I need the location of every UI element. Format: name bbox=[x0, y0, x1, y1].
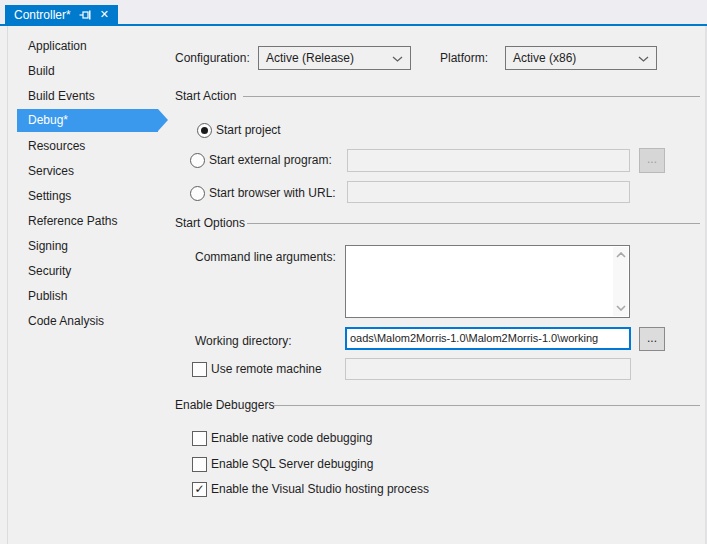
start-external-program-label[interactable]: Start external program: bbox=[209, 153, 332, 167]
sidebar-item-services[interactable]: Services bbox=[28, 159, 74, 184]
section-divider bbox=[247, 223, 700, 224]
sidebar-item-resources[interactable]: Resources bbox=[28, 134, 85, 159]
working-directory-label: Working directory: bbox=[195, 334, 291, 348]
remote-machine-input bbox=[345, 358, 631, 380]
close-icon[interactable]: ✕ bbox=[100, 9, 109, 20]
start-action-title: Start Action bbox=[175, 89, 236, 103]
check-icon: ✓ bbox=[193, 483, 206, 496]
sidebar-item-build[interactable]: Build bbox=[28, 59, 55, 84]
document-tab-controller[interactable]: Controller* ✕ bbox=[5, 5, 118, 24]
section-divider bbox=[243, 96, 700, 97]
chevron-down-icon bbox=[638, 51, 649, 65]
start-browser-url-input bbox=[347, 181, 630, 203]
configuration-label: Configuration: bbox=[175, 46, 250, 70]
start-project-radio[interactable] bbox=[197, 123, 212, 138]
start-project-label[interactable]: Start project bbox=[216, 123, 281, 137]
scroll-down-icon[interactable] bbox=[616, 305, 626, 311]
enable-native-code-debugging-label[interactable]: Enable native code debugging bbox=[211, 431, 372, 445]
browse-working-directory-button[interactable]: ... bbox=[639, 327, 665, 351]
tab-title: Controller* bbox=[14, 8, 71, 22]
configuration-dropdown[interactable]: Active (Release) bbox=[258, 46, 411, 70]
start-external-program-radio[interactable] bbox=[190, 153, 205, 168]
platform-value: Active (x86) bbox=[513, 51, 576, 65]
sidebar-item-debug[interactable]: Debug* bbox=[17, 109, 158, 132]
use-remote-machine-checkbox[interactable] bbox=[192, 362, 207, 377]
enable-native-code-debugging-checkbox[interactable] bbox=[192, 431, 207, 446]
sidebar-item-reference-paths[interactable]: Reference Paths bbox=[28, 209, 117, 234]
enable-vs-hosting-process-label[interactable]: Enable the Visual Studio hosting process bbox=[211, 482, 429, 496]
start-external-program-input bbox=[347, 149, 630, 172]
browse-external-program-button: ... bbox=[639, 148, 665, 173]
command-line-arguments-textarea[interactable] bbox=[345, 245, 630, 318]
command-line-arguments-label: Command line arguments: bbox=[195, 250, 336, 264]
sidebar-item-signing[interactable]: Signing bbox=[28, 234, 68, 259]
configuration-value: Active (Release) bbox=[266, 51, 354, 65]
enable-debuggers-title: Enable Debuggers bbox=[175, 398, 274, 412]
working-directory-input[interactable]: oads\Malom2Morris-1.0\Malom2Morris-1.0\w… bbox=[345, 327, 631, 350]
platform-label: Platform: bbox=[440, 46, 488, 70]
document-tab-bar: Controller* ✕ bbox=[0, 0, 707, 24]
left-edge-rule bbox=[7, 26, 8, 544]
enable-vs-hosting-process-checkbox[interactable]: ✓ bbox=[192, 482, 207, 497]
start-browser-url-radio[interactable] bbox=[190, 186, 205, 201]
enable-sql-server-debugging-label[interactable]: Enable SQL Server debugging bbox=[211, 457, 373, 471]
sidebar-item-security[interactable]: Security bbox=[28, 259, 71, 284]
sidebar-item-settings[interactable]: Settings bbox=[28, 184, 71, 209]
use-remote-machine-label[interactable]: Use remote machine bbox=[211, 362, 322, 376]
start-browser-url-label[interactable]: Start browser with URL: bbox=[209, 186, 336, 200]
section-divider bbox=[273, 405, 700, 406]
chevron-down-icon bbox=[392, 51, 403, 65]
platform-dropdown[interactable]: Active (x86) bbox=[505, 46, 657, 70]
start-options-title: Start Options bbox=[175, 216, 245, 230]
pin-icon[interactable] bbox=[79, 9, 92, 21]
working-directory-value: oads\Malom2Morris-1.0\Malom2Morris-1.0\w… bbox=[347, 329, 629, 348]
scroll-up-icon[interactable] bbox=[616, 252, 626, 258]
sidebar-item-application[interactable]: Application bbox=[28, 34, 87, 59]
project-designer-window: Controller* ✕ Application Build Build Ev… bbox=[0, 0, 707, 544]
sidebar-item-build-events[interactable]: Build Events bbox=[28, 84, 95, 109]
sidebar-item-publish[interactable]: Publish bbox=[28, 284, 67, 309]
sidebar-item-code-analysis[interactable]: Code Analysis bbox=[28, 309, 104, 334]
tab-accent-line bbox=[0, 24, 707, 26]
enable-sql-server-debugging-checkbox[interactable] bbox=[192, 457, 207, 472]
